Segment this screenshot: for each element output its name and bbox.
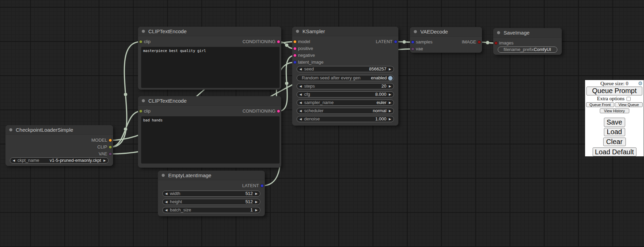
increment-arrow-icon[interactable]: ▶	[386, 91, 394, 98]
node-titlebar[interactable]: EmptyLatentImage	[158, 171, 265, 180]
increment-arrow-icon[interactable]: ▶	[386, 83, 394, 89]
node-titlebar[interactable]: VAEDecode	[410, 27, 482, 37]
node-collapse-dot-icon[interactable]	[142, 30, 145, 33]
widget-ckpt_name[interactable]: ◀ckpt_namev1-5-pruned-emaonly.ckpt▶	[10, 157, 109, 164]
widget-sampler_name[interactable]: ◀sampler_nameeuler▶	[297, 100, 394, 106]
load-button[interactable]: Load	[604, 128, 625, 136]
clear-button[interactable]: Clear	[603, 138, 626, 146]
node-cliptextencode[interactable]: CLIPTextEncodeclipCONDITIONINGmasterpiec…	[138, 27, 281, 90]
output-slot-MODEL-dot[interactable]	[109, 139, 112, 142]
node-title: KSampler	[302, 28, 325, 34]
node-ksampler[interactable]: KSamplermodelpositivenegativelatent_imag…	[292, 27, 398, 126]
node-title: CLIPTextEncode	[148, 98, 187, 104]
view-queue-button[interactable]: View Queue	[615, 102, 643, 107]
widget-denoise[interactable]: ◀denoise1.000▶	[297, 116, 394, 122]
decrement-arrow-icon[interactable]: ◀	[297, 83, 304, 89]
widget-value: 1	[250, 207, 253, 213]
node-vaedecode[interactable]: VAEDecodesamplesvaeIMAGE	[410, 27, 482, 53]
settings-gear-icon[interactable]: ⚙	[638, 80, 643, 87]
output-slot-label: LATENT	[376, 39, 393, 44]
decrement-arrow-icon[interactable]: ◀	[297, 66, 304, 72]
toggle-knob-icon[interactable]	[388, 76, 393, 80]
prompt-text-field[interactable]: bad hands	[141, 116, 280, 164]
input-slot-latent_image-dot[interactable]	[293, 61, 297, 64]
save-button[interactable]: Save	[604, 118, 625, 127]
widget-scheduler[interactable]: ◀schedulernormal▶	[297, 108, 394, 114]
node-cliptextencode[interactable]: CLIPTextEncodeclipCONDITIONINGbad hands	[138, 96, 281, 168]
queue-prompt-button[interactable]: Queue Prompt	[586, 87, 642, 95]
extra-options-checkbox[interactable]	[627, 97, 631, 101]
input-slot-vae-dot[interactable]	[411, 47, 414, 51]
node-collapse-dot-icon[interactable]	[414, 30, 417, 33]
output-slot-label: LATENT	[242, 183, 259, 188]
decrement-arrow-icon[interactable]: ◀	[297, 116, 304, 122]
node-collapse-dot-icon[interactable]	[497, 31, 500, 34]
output-slot-VAE-dot[interactable]	[109, 152, 112, 156]
increment-arrow-icon[interactable]: ▶	[386, 100, 394, 106]
output-slot-label: CONDITIONING	[243, 39, 275, 44]
increment-arrow-icon[interactable]: ▶	[253, 207, 260, 213]
node-titlebar[interactable]: KSampler	[292, 27, 398, 36]
widget-steps[interactable]: ◀steps20▶	[297, 83, 394, 89]
input-slot-label: vae	[416, 46, 423, 52]
input-slot-clip-dot[interactable]	[139, 109, 143, 113]
widget-filename_prefix[interactable]: filename_prefixComfyUI	[498, 47, 557, 53]
decrement-arrow-icon[interactable]: ◀	[163, 199, 170, 205]
input-slot-model-dot[interactable]	[293, 40, 297, 43]
view-history-button[interactable]: View History	[600, 108, 629, 114]
input-slot-label: clip	[144, 108, 151, 114]
node-collapse-dot-icon[interactable]	[162, 174, 165, 177]
input-slot-images-dot[interactable]	[494, 41, 498, 45]
node-checkpointloadersimple[interactable]: CheckpointLoaderSimpleMODELCLIPVAE◀ckpt_…	[5, 125, 113, 166]
decrement-arrow-icon[interactable]: ◀	[297, 108, 304, 114]
increment-arrow-icon[interactable]: ▶	[386, 116, 394, 122]
output-slot-LATENT-dot[interactable]	[394, 40, 397, 43]
input-slot-samples-dot[interactable]	[411, 40, 414, 44]
decrement-arrow-icon[interactable]: ◀	[10, 157, 17, 164]
widget-seed[interactable]: ◀seed8566257▶	[297, 66, 394, 72]
decrement-arrow-icon[interactable]: ◀	[297, 100, 304, 106]
output-slot-CLIP-dot[interactable]	[109, 145, 112, 149]
increment-arrow-icon[interactable]: ▶	[253, 199, 260, 205]
widget-cfg[interactable]: ◀cfg8.000▶	[297, 91, 394, 98]
decrement-arrow-icon[interactable]: ◀	[163, 191, 170, 197]
increment-arrow-icon[interactable]: ▶	[101, 157, 108, 164]
input-slot-label: samples	[416, 39, 432, 45]
widget-height[interactable]: ◀height512▶	[162, 199, 260, 205]
input-slot-negative-dot[interactable]	[293, 54, 297, 57]
widget-batch_size[interactable]: ◀batch_size1▶	[162, 207, 260, 213]
input-slot-clip-dot[interactable]	[139, 40, 143, 43]
increment-arrow-icon[interactable]: ▶	[386, 66, 394, 72]
node-collapse-dot-icon[interactable]	[296, 30, 299, 33]
increment-arrow-icon[interactable]: ▶	[386, 108, 394, 114]
widget-label: Random seed after every gen	[297, 75, 360, 81]
node-emptylatentimage[interactable]: EmptyLatentImageLATENT◀width512▶◀height5…	[158, 171, 265, 216]
output-slot-LATENT-dot[interactable]	[260, 184, 264, 187]
output-slot-label: CLIP	[97, 144, 107, 150]
output-slot-label: MODEL	[91, 138, 107, 143]
output-slot-label: VAE	[99, 151, 107, 157]
widget-width[interactable]: ◀width512▶	[162, 191, 260, 197]
output-slot-IMAGE-dot[interactable]	[478, 40, 481, 44]
node-titlebar[interactable]: CLIPTextEncode	[138, 96, 281, 106]
output-slot-CONDITIONING-dot[interactable]	[277, 40, 280, 43]
node-titlebar[interactable]: SaveImage	[493, 28, 562, 38]
node-collapse-dot-icon[interactable]	[9, 128, 12, 131]
decrement-arrow-icon[interactable]: ◀	[163, 207, 170, 213]
queue-front-button[interactable]: Queue Front	[586, 102, 614, 107]
node-titlebar[interactable]: CLIPTextEncode	[138, 27, 281, 36]
widget-random-seed-toggle[interactable]: Random seed after every genenabled	[297, 75, 394, 81]
node-collapse-dot-icon[interactable]	[142, 99, 145, 102]
widget-label: height	[170, 199, 182, 205]
prompt-text-field[interactable]: masterpiece best quality girl	[141, 47, 280, 88]
node-saveimage[interactable]: SaveImageimagesfilename_prefixComfyUI	[493, 28, 562, 55]
output-slot-CONDITIONING-dot[interactable]	[277, 109, 280, 113]
input-slot-positive-dot[interactable]	[293, 47, 297, 50]
load-default-button[interactable]: Load Default	[593, 147, 636, 156]
decrement-arrow-icon[interactable]: ◀	[297, 91, 304, 98]
increment-arrow-icon[interactable]: ▶	[253, 191, 260, 197]
widget-label: ckpt_name	[17, 157, 39, 164]
widget-value: v1-5-pruned-emaonly.ckpt	[50, 157, 101, 164]
node-titlebar[interactable]: CheckpointLoaderSimple	[5, 125, 113, 135]
node-graph-canvas[interactable]: CheckpointLoaderSimpleMODELCLIPVAE◀ckpt_…	[0, 0, 644, 247]
